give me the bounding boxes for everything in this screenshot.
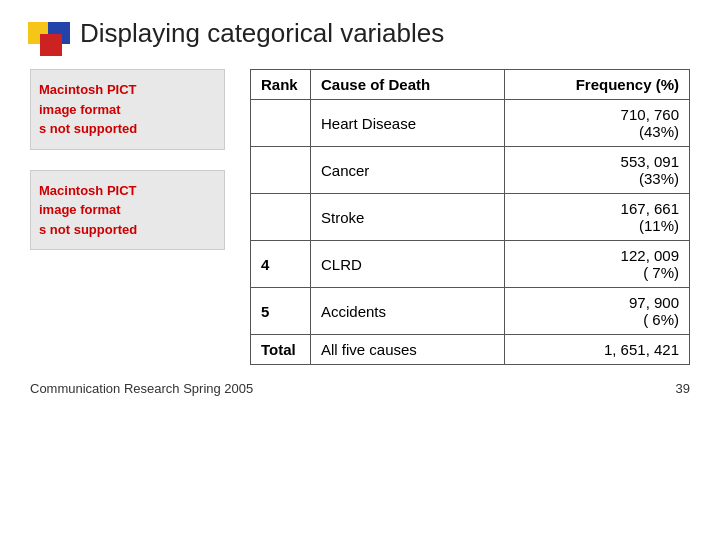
cell-rank (251, 147, 311, 194)
cell-frequency: 97, 900( 6%) (504, 288, 689, 335)
left-images: Macintosh PICTimage formats not supporte… (30, 69, 230, 365)
decorative-squares (28, 22, 70, 64)
header-frequency: Frequency (%) (504, 70, 689, 100)
cell-frequency: 1, 651, 421 (504, 335, 689, 365)
cell-cause: Accidents (311, 288, 505, 335)
content-area: Macintosh PICTimage formats not supporte… (0, 59, 720, 365)
table-row: Stroke167, 661(11%) (251, 194, 690, 241)
cell-rank (251, 194, 311, 241)
cell-cause: CLRD (311, 241, 505, 288)
cell-frequency: 710, 760(43%) (504, 100, 689, 147)
cell-cause: Cancer (311, 147, 505, 194)
table-container: Rank Cause of Death Frequency (%) Heart … (250, 69, 690, 365)
cell-frequency: 122, 009( 7%) (504, 241, 689, 288)
cell-rank (251, 100, 311, 147)
footer-text: Communication Research Spring 2005 (30, 381, 253, 396)
cell-cause: All five causes (311, 335, 505, 365)
red-square (40, 34, 62, 56)
pict-box-1: Macintosh PICTimage formats not supporte… (30, 69, 225, 150)
footer: Communication Research Spring 2005 39 (0, 371, 720, 396)
data-table: Rank Cause of Death Frequency (%) Heart … (250, 69, 690, 365)
cell-rank: Total (251, 335, 311, 365)
table-row: Heart Disease710, 760(43%) (251, 100, 690, 147)
cell-rank: 5 (251, 288, 311, 335)
table-row: 4CLRD122, 009( 7%) (251, 241, 690, 288)
pict-box-2: Macintosh PICTimage formats not supporte… (30, 170, 225, 251)
table-row: TotalAll five causes1, 651, 421 (251, 335, 690, 365)
page-title: Displaying categorical variables (0, 0, 720, 59)
table-row: 5Accidents97, 900( 6%) (251, 288, 690, 335)
header-rank: Rank (251, 70, 311, 100)
table-row: Cancer553, 091(33%) (251, 147, 690, 194)
page-number: 39 (676, 381, 690, 396)
cell-cause: Heart Disease (311, 100, 505, 147)
table-header-row: Rank Cause of Death Frequency (%) (251, 70, 690, 100)
cell-frequency: 553, 091(33%) (504, 147, 689, 194)
cell-cause: Stroke (311, 194, 505, 241)
header-cause: Cause of Death (311, 70, 505, 100)
cell-frequency: 167, 661(11%) (504, 194, 689, 241)
cell-rank: 4 (251, 241, 311, 288)
